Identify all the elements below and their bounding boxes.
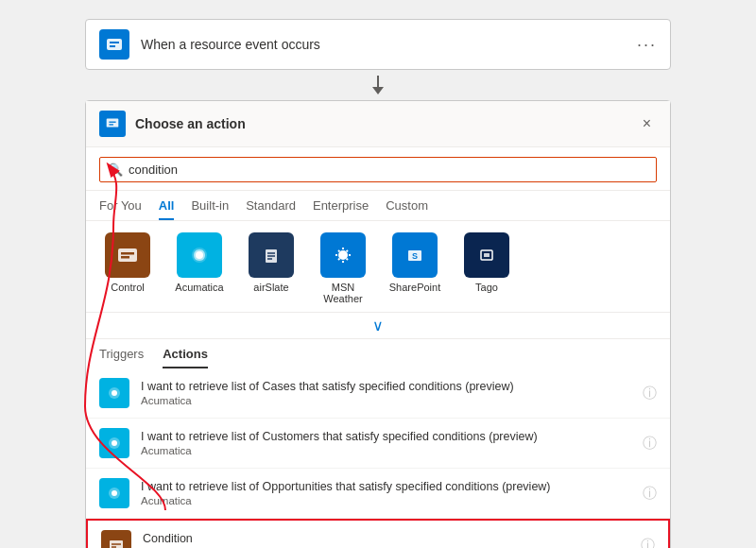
action-icon-opportunities bbox=[99, 478, 129, 508]
svg-point-33 bbox=[112, 490, 117, 496]
sharepoint-icon-box: S bbox=[392, 232, 438, 278]
acumatica-icon-svg bbox=[186, 242, 213, 268]
svg-rect-7 bbox=[121, 252, 134, 255]
action-icon-condition bbox=[101, 530, 131, 548]
condition-action-icon bbox=[107, 536, 126, 548]
action-item-cases[interactable]: I want to retrieve list of Cases that sa… bbox=[86, 368, 670, 419]
tab-built-in[interactable]: Built-in bbox=[191, 191, 229, 220]
search-box[interactable]: 🔍 bbox=[99, 157, 657, 182]
connector-arrow bbox=[85, 70, 671, 100]
action-subtitle-opportunities: Acumatica bbox=[141, 495, 635, 506]
tago-icon-svg bbox=[473, 242, 500, 268]
info-icon-condition[interactable]: ⓘ bbox=[641, 537, 655, 549]
svg-point-29 bbox=[112, 390, 117, 396]
tab-all[interactable]: All bbox=[159, 191, 175, 220]
panel-header: Choose an action × bbox=[86, 101, 670, 147]
svg-line-22 bbox=[347, 250, 348, 251]
action-title-cases: I want to retrieve list of Cases that sa… bbox=[141, 380, 635, 393]
trigger-block: When a resource event occurs ··· bbox=[85, 19, 671, 70]
action-title-opportunities: I want to retrieve list of Opportunities… bbox=[141, 480, 635, 493]
choose-action-panel: Choose an action × 🔍 For You All Built-i… bbox=[85, 100, 671, 548]
panel-icon-svg bbox=[104, 115, 121, 132]
icon-airslate[interactable]: airSlate bbox=[243, 232, 300, 293]
svg-rect-2 bbox=[110, 45, 115, 47]
tab-enterprise[interactable]: Enterprise bbox=[313, 191, 369, 220]
icon-control[interactable]: Control bbox=[99, 232, 156, 293]
tab-custom[interactable]: Custom bbox=[386, 191, 428, 220]
sharepoint-label: SharePoint bbox=[389, 282, 440, 293]
icon-tago[interactable]: Tago bbox=[458, 232, 515, 293]
action-subtitle-cases: Acumatica bbox=[141, 395, 635, 406]
tab-standard[interactable]: Standard bbox=[246, 191, 296, 220]
weather-label: MSN Weather bbox=[315, 282, 371, 304]
action-title-condition: Condition bbox=[143, 532, 633, 545]
acumatica-icon-box bbox=[177, 232, 222, 278]
svg-rect-8 bbox=[121, 256, 129, 259]
weather-icon-svg bbox=[330, 242, 356, 268]
acumatica-label: Acumatica bbox=[175, 282, 223, 293]
airslate-icon-box bbox=[249, 232, 294, 278]
weather-icon-box bbox=[320, 232, 366, 278]
tab-for-you[interactable]: For You bbox=[99, 191, 142, 220]
resource-event-icon bbox=[105, 35, 124, 54]
svg-line-21 bbox=[347, 259, 348, 260]
action-text-cases: I want to retrieve list of Cases that sa… bbox=[141, 380, 635, 406]
acumatica-action-icon-3 bbox=[105, 484, 124, 503]
action-icon-customers bbox=[99, 428, 129, 458]
subtab-actions[interactable]: Actions bbox=[163, 347, 208, 368]
tago-icon-box bbox=[464, 232, 509, 278]
svg-point-10 bbox=[196, 251, 203, 259]
svg-rect-0 bbox=[107, 39, 122, 50]
svg-rect-3 bbox=[107, 119, 119, 128]
panel-close-button[interactable]: × bbox=[637, 113, 657, 134]
airslate-label: airSlate bbox=[253, 282, 288, 293]
sharepoint-icon-svg: S bbox=[402, 242, 428, 268]
action-title-customers: I want to retrieve list of Customers tha… bbox=[141, 430, 635, 443]
action-text-customers: I want to retrieve list of Customers tha… bbox=[141, 430, 635, 456]
panel-header-icon bbox=[99, 111, 126, 137]
svg-rect-1 bbox=[110, 42, 119, 43]
svg-rect-6 bbox=[118, 248, 137, 262]
icon-weather[interactable]: MSN Weather bbox=[315, 232, 371, 304]
trigger-icon bbox=[99, 29, 129, 60]
svg-line-20 bbox=[338, 250, 339, 251]
action-item-customers[interactable]: I want to retrieve list of Customers tha… bbox=[86, 419, 670, 469]
action-item-opportunities[interactable]: I want to retrieve list of Opportunities… bbox=[86, 469, 670, 519]
search-container: 🔍 bbox=[86, 147, 670, 191]
trigger-more-button[interactable]: ··· bbox=[637, 35, 657, 55]
tago-label: Tago bbox=[475, 282, 498, 293]
action-item-condition[interactable]: Condition Control ⓘ bbox=[86, 519, 670, 548]
svg-text:S: S bbox=[412, 251, 418, 261]
search-icon: 🔍 bbox=[108, 163, 123, 177]
trigger-action-subtabs: Triggers Actions bbox=[86, 339, 670, 368]
action-icon-cases bbox=[99, 378, 129, 408]
info-icon-cases[interactable]: ⓘ bbox=[643, 385, 657, 402]
svg-rect-27 bbox=[484, 253, 490, 257]
control-icon-box bbox=[105, 232, 150, 278]
category-tabs: For You All Built-in Standard Enterprise… bbox=[86, 191, 670, 221]
svg-point-15 bbox=[338, 250, 348, 260]
airslate-icon-svg bbox=[258, 242, 284, 268]
action-subtitle-customers: Acumatica bbox=[141, 445, 635, 456]
action-text-opportunities: I want to retrieve list of Opportunities… bbox=[141, 480, 635, 506]
chevron-down-icon[interactable]: ∨ bbox=[372, 317, 384, 334]
icon-sharepoint[interactable]: S SharePoint bbox=[387, 232, 443, 293]
panel-title: Choose an action bbox=[135, 116, 637, 131]
svg-line-23 bbox=[338, 259, 339, 260]
search-input[interactable] bbox=[129, 163, 648, 177]
trigger-title: When a resource event occurs bbox=[141, 37, 637, 52]
action-list: I want to retrieve list of Cases that sa… bbox=[86, 368, 670, 548]
acumatica-action-icon-2 bbox=[105, 434, 124, 453]
connector-icons-grid: Control Acumatica bbox=[86, 221, 670, 313]
subtab-triggers[interactable]: Triggers bbox=[99, 347, 144, 368]
acumatica-action-icon bbox=[105, 384, 124, 402]
info-icon-customers[interactable]: ⓘ bbox=[643, 435, 657, 453]
action-text-condition: Condition Control bbox=[143, 532, 633, 548]
control-icon-svg bbox=[114, 242, 141, 268]
svg-point-31 bbox=[112, 440, 117, 446]
control-label: Control bbox=[111, 282, 144, 293]
info-icon-opportunities[interactable]: ⓘ bbox=[643, 485, 657, 503]
expand-row[interactable]: ∨ bbox=[86, 313, 670, 339]
icon-acumatica[interactable]: Acumatica bbox=[171, 232, 228, 293]
